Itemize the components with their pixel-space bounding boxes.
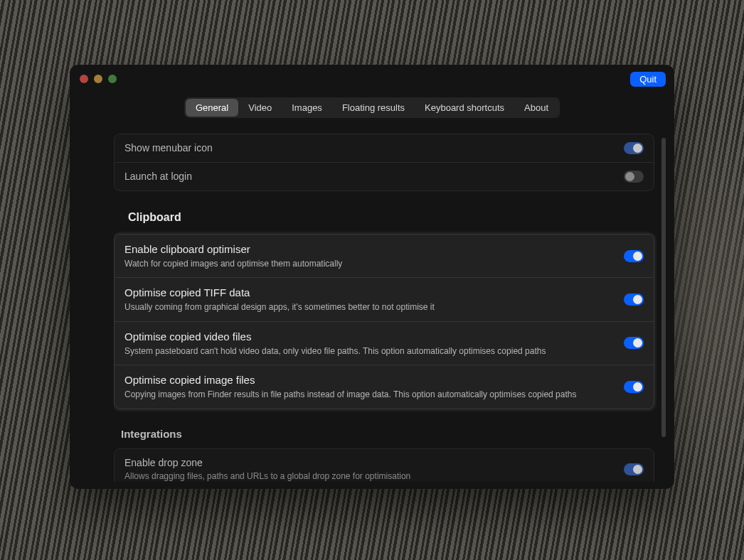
titlebar: Quit	[70, 65, 674, 93]
zoom-window-button[interactable]	[108, 75, 117, 83]
label-enable-drop-zone: Enable drop zone	[124, 456, 624, 470]
tab-video[interactable]: Video	[238, 99, 282, 117]
tab-keyboard-shortcuts[interactable]: Keyboard shortcuts	[415, 99, 514, 117]
tab-segmented-control: General Video Images Floating results Ke…	[184, 97, 560, 118]
desc-enable-drop-zone: Allows dragging files, paths and URLs to…	[124, 470, 624, 482]
toggle-enable-clipboard-optimiser[interactable]	[624, 250, 644, 262]
desc-enable-clipboard-optimiser: Watch for copied images and optimise the…	[124, 258, 624, 269]
label-optimise-image-files: Optimise copied image files	[124, 373, 624, 387]
tab-floating-results[interactable]: Floating results	[332, 99, 415, 117]
section-title-integrations: Integrations	[121, 428, 654, 440]
window-controls	[80, 75, 117, 83]
desc-optimise-video-files: System pasteboard can't hold video data,…	[124, 345, 624, 357]
scrollbar[interactable]	[661, 138, 666, 478]
toggle-enable-drop-zone[interactable]	[624, 463, 644, 475]
toggle-optimise-tiff[interactable]	[624, 294, 644, 306]
minimize-window-button[interactable]	[94, 75, 102, 83]
integrations-panel: Enable drop zone Allows dragging files, …	[114, 448, 654, 482]
toggle-launch-at-login[interactable]	[624, 171, 644, 183]
integrations-section: Integrations Enable drop zone Allows dra…	[114, 428, 654, 482]
quit-button[interactable]: Quit	[630, 72, 666, 87]
toggle-optimise-video-files[interactable]	[624, 337, 644, 349]
tab-general[interactable]: General	[186, 99, 238, 117]
close-window-button[interactable]	[80, 75, 88, 83]
row-show-menubar-icon: Show menubar icon	[115, 134, 654, 162]
preferences-window: Quit General Video Images Floating resul…	[70, 65, 674, 489]
label-show-menubar-icon: Show menubar icon	[124, 141, 624, 155]
row-launch-at-login: Launch at login	[115, 162, 654, 190]
label-optimise-tiff: Optimise copied TIFF data	[124, 286, 624, 300]
toggle-optimise-image-files[interactable]	[624, 381, 644, 393]
label-launch-at-login: Launch at login	[124, 170, 624, 183]
row-optimise-image-files: Optimise copied image files Copying imag…	[115, 365, 654, 408]
label-optimise-video-files: Optimise copied video files	[124, 330, 624, 344]
scrollbar-thumb[interactable]	[661, 138, 666, 437]
label-enable-clipboard-optimiser: Enable clipboard optimiser	[124, 242, 624, 257]
row-optimise-video-files: Optimise copied video files System paste…	[115, 321, 654, 365]
row-optimise-tiff: Optimise copied TIFF data Usually coming…	[115, 277, 654, 321]
tab-about[interactable]: About	[514, 99, 558, 117]
clipboard-section: Clipboard Enable clipboard optimiser Wat…	[114, 211, 654, 409]
general-panel: Show menubar icon Launch at login	[114, 134, 654, 191]
settings-content: Show menubar icon Launch at login Clipbo…	[114, 134, 657, 482]
desc-optimise-image-files: Copying images from Finder results in fi…	[124, 389, 624, 400]
tab-bar: General Video Images Floating results Ke…	[70, 97, 674, 118]
row-enable-clipboard-optimiser: Enable clipboard optimiser Watch for cop…	[115, 235, 654, 277]
section-title-clipboard: Clipboard	[128, 211, 654, 224]
tab-images[interactable]: Images	[282, 99, 332, 117]
toggle-show-menubar-icon[interactable]	[624, 142, 644, 154]
desc-optimise-tiff: Usually coming from graphical design app…	[124, 301, 624, 313]
row-enable-drop-zone: Enable drop zone Allows dragging files, …	[115, 449, 654, 482]
clipboard-panel: Enable clipboard optimiser Watch for cop…	[114, 234, 654, 409]
